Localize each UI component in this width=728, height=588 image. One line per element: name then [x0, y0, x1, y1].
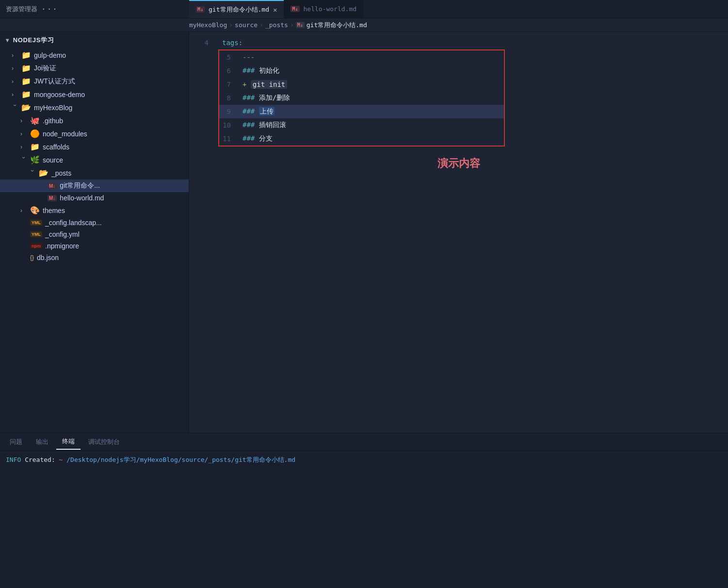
yml-icon: YML: [30, 220, 42, 226]
tabs-area: M↓ git常用命令小结.md ✕ M↓ hello-world.md: [189, 0, 728, 18]
sidebar-item-mongoose[interactable]: › 📁 mongoose-demo: [0, 88, 189, 101]
md-file-icon: M↓: [48, 183, 57, 189]
breadcrumb-sep-3: ›: [290, 21, 294, 29]
tab-git[interactable]: M↓ git常用命令小结.md ✕: [189, 0, 284, 18]
breadcrumb-part-1[interactable]: myHexoBlog: [189, 21, 227, 29]
hash-text: ###: [243, 66, 255, 74]
terminal-line-1: INFO Created: ~ /Desktop/nodejs学习/myHexo…: [6, 456, 722, 464]
breadcrumb-sep-2: ›: [259, 21, 263, 29]
main-content: ▾ NODEJS学习 › 📁 gulp-demo › 📁 Joi验证 › 📁 J…: [0, 32, 728, 433]
code-line-11: 11 ### 分支: [219, 132, 504, 146]
line-content: ### 初始化: [239, 66, 504, 75]
tab-md-icon: M↓: [196, 6, 205, 13]
line-content: + git init: [239, 81, 504, 88]
sidebar-item-myhexoblog[interactable]: › 📂 myHexoBlog: [0, 101, 189, 114]
sidebar-item-scaffolds[interactable]: › 📁 scaffolds: [0, 140, 189, 153]
arrow-icon: ›: [20, 131, 27, 137]
code-line-10: 10 ### 插销回滚: [219, 118, 504, 132]
item-label: JWT认证方式: [34, 77, 75, 86]
line-content: ### 插销回滚: [239, 121, 504, 130]
tab-git-label: git常用命令小结.md: [209, 5, 269, 14]
sidebar-item-git-md[interactable]: › M↓ git常用命令...: [0, 180, 189, 192]
sidebar-item-gulp-demo[interactable]: › 📁 gulp-demo: [0, 49, 189, 62]
sidebar-item-config-yml[interactable]: › YML _config.yml: [0, 229, 189, 240]
item-label: themes: [43, 207, 65, 214]
npm-icon: npm: [30, 243, 42, 249]
arrow-icon: ›: [12, 104, 18, 111]
term-path: /Desktop/nodejs学习/myHexoBlog/source/_pos…: [66, 456, 295, 463]
source-folder-icon: 🌿: [30, 155, 40, 164]
line-content: tags:: [218, 39, 728, 47]
breadcrumb-sep-1: ›: [229, 21, 233, 29]
line-content: ### 分支: [239, 134, 504, 143]
breadcrumb-md-icon: M↓: [296, 22, 305, 28]
sidebar-item-posts[interactable]: › 📂 _posts: [0, 166, 189, 180]
item-label: scaffolds: [43, 143, 69, 151]
line-number: 5: [219, 53, 239, 61]
sidebar-item-themes[interactable]: › 🎨 themes: [0, 204, 189, 217]
breadcrumb-part-4[interactable]: git常用命令小结.md: [307, 21, 367, 30]
line-content: ### 添加/删除: [239, 94, 504, 102]
code-line-5: 5 ---: [219, 50, 504, 64]
root-label: NODEJS学习: [13, 36, 54, 45]
sidebar-item-joi[interactable]: › 📁 Joi验证: [0, 62, 189, 75]
sidebar-item-source[interactable]: › 🌿 source: [0, 153, 189, 166]
breadcrumb-part-3[interactable]: _posts: [265, 21, 288, 29]
folder-icon: 📁: [21, 90, 31, 99]
tab-output[interactable]: 输出: [30, 435, 54, 449]
arrow-icon: ›: [20, 157, 27, 163]
sidebar-title-area: 资源管理器 ···: [0, 0, 189, 18]
line-number: 9: [219, 108, 239, 115]
tab-problems[interactable]: 问题: [4, 435, 28, 449]
folder-icon: 📂: [39, 168, 49, 178]
line-number: 10: [219, 121, 239, 129]
sidebar-item-jwt[interactable]: › 📁 JWT认证方式: [0, 75, 189, 88]
item-label: git常用命令...: [60, 181, 99, 190]
folder-icon: 📁: [21, 50, 31, 60]
tab-close-button[interactable]: ✕: [273, 6, 277, 14]
heading-text: 分支: [259, 134, 273, 142]
tab-terminal[interactable]: 终端: [56, 434, 81, 450]
sidebar-item-npmignore[interactable]: › npm .npmignore: [0, 240, 189, 252]
term-tilde: ~: [59, 456, 63, 463]
sidebar: ▾ NODEJS学习 › 📁 gulp-demo › 📁 Joi验证 › 📁 J…: [0, 32, 189, 433]
item-label: _config.yml: [45, 230, 80, 238]
editor-area: 4 tags: 5 --- 6 ### 初始化: [189, 32, 728, 433]
line-number: 11: [219, 135, 239, 143]
line-number: 4: [189, 39, 218, 47]
expand-arrow[interactable]: ▾: [6, 37, 9, 44]
themes-icon: 🎨: [30, 206, 40, 215]
breadcrumb: myHexoBlog › source › _posts › M↓ git常用命…: [0, 18, 728, 32]
sidebar-item-github[interactable]: › 🐙 .github: [0, 114, 189, 127]
sidebar-item-node-modules[interactable]: › 🟠 node_modules: [0, 127, 189, 140]
line-content: ### 上传: [239, 107, 504, 116]
hash-text: ###: [243, 121, 255, 129]
sidebar-item-config-landscape[interactable]: › YML _config.landscap...: [0, 217, 189, 229]
breadcrumb-part-2[interactable]: source: [235, 21, 258, 29]
terminal-content[interactable]: INFO Created: ~ /Desktop/nodejs学习/myHexo…: [0, 451, 728, 588]
highlighted-word: 上传: [259, 107, 275, 115]
line-content: ---: [239, 53, 504, 61]
arrow-icon: ›: [20, 144, 27, 150]
item-label: .github: [43, 117, 63, 125]
item-label: db.json: [37, 254, 59, 261]
tab-hello-md-icon: M↓: [291, 6, 299, 12]
tab-debug-console[interactable]: 调试控制台: [82, 435, 126, 449]
item-label: source: [43, 156, 63, 164]
code-line-8: 8 ### 添加/删除: [219, 91, 504, 105]
code-editor[interactable]: 4 tags: 5 --- 6 ### 初始化: [189, 32, 728, 433]
sidebar-item-db-json[interactable]: › {} db.json: [0, 252, 189, 263]
sidebar-item-hello-md[interactable]: › M↓ hello-world.md: [0, 192, 189, 204]
json-icon: {}: [30, 254, 34, 261]
tab-hello[interactable]: M↓ hello-world.md: [284, 0, 363, 18]
arrow-icon: ›: [20, 207, 27, 214]
item-label: hello-world.md: [60, 194, 104, 202]
item-label: _config.landscap...: [45, 219, 102, 227]
node-modules-icon: 🟠: [30, 129, 40, 138]
more-options-icon[interactable]: ···: [41, 4, 58, 14]
heading-text: 初始化: [259, 66, 279, 74]
code-line-7: 7 + git init: [219, 78, 504, 91]
arrow-icon: ›: [12, 78, 18, 85]
item-label: mongoose-demo: [34, 91, 85, 98]
item-label: gulp-demo: [34, 51, 66, 59]
